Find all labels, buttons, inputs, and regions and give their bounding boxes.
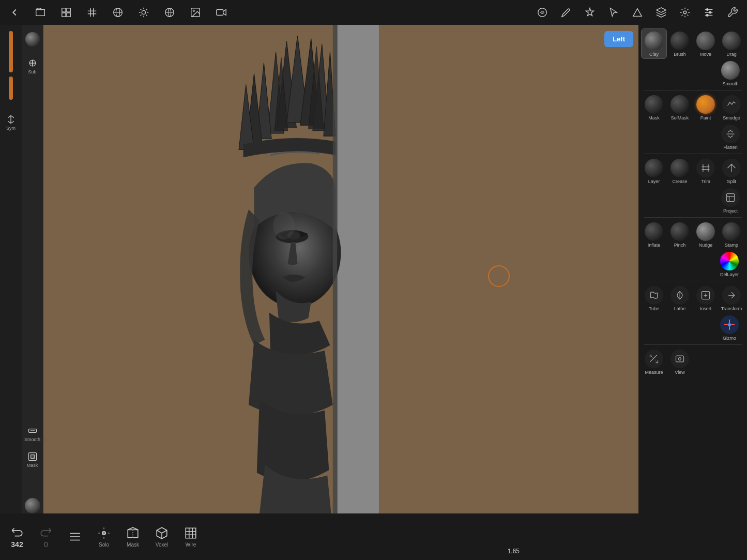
split-label: Split <box>720 179 743 184</box>
orb-icon[interactable] <box>534 4 551 21</box>
brush-grid-row5: Tube Lathe Insert <box>641 283 745 313</box>
brush-grid-row4: Inflate Pinch Nudge Stamp <box>641 220 745 249</box>
triangle-icon[interactable] <box>629 4 646 21</box>
mask-bottom-button[interactable]: Mask <box>126 526 140 548</box>
drag-label: Drag <box>720 52 743 57</box>
video-icon[interactable] <box>213 4 230 21</box>
brush-tube[interactable]: Tube <box>642 283 666 313</box>
smooth-tool-left[interactable]: Smooth <box>22 423 43 444</box>
brush-nudge[interactable]: Nudge <box>693 220 718 249</box>
brush-inflate[interactable]: Inflate <box>642 220 666 249</box>
brush-brush[interactable]: Brush <box>667 29 692 58</box>
brush-crease[interactable]: Crease <box>667 156 692 186</box>
folder-icon[interactable] <box>32 4 49 21</box>
voxel-button[interactable]: Voxel <box>155 526 169 548</box>
brush-insert[interactable]: Insert <box>693 283 718 313</box>
back-icon[interactable] <box>6 4 23 21</box>
view-left-button[interactable]: Left <box>604 31 633 47</box>
image-icon[interactable] <box>187 4 204 21</box>
brush-layer[interactable]: Layer <box>642 156 666 186</box>
insert-ball <box>696 286 715 305</box>
sym-tool[interactable]: Sym <box>0 112 22 133</box>
layer-label: Layer <box>643 179 665 184</box>
brush-smudge[interactable]: Smudge <box>719 93 744 122</box>
material-sphere[interactable] <box>25 32 40 47</box>
svg-point-25 <box>683 11 687 14</box>
brush-clay[interactable]: Clay <box>642 29 666 58</box>
brush-lathe[interactable]: Lathe <box>667 283 692 313</box>
view-ball <box>670 350 689 368</box>
sun-icon[interactable] <box>135 4 152 21</box>
right-brush-panel: Clay Brush Move Drag Smooth Mask <box>638 25 747 538</box>
brush-gizmo[interactable]: Gizmo <box>716 313 743 342</box>
brush-move[interactable]: Move <box>693 29 718 58</box>
svg-point-59 <box>102 531 106 535</box>
wire-button[interactable]: Wire <box>184 526 197 548</box>
move-label: Move <box>694 52 717 57</box>
move-ball <box>696 32 715 50</box>
crease-label: Crease <box>668 179 691 184</box>
split-ball <box>722 159 741 177</box>
color-sphere[interactable] <box>25 498 40 513</box>
brush-intensity-slider[interactable] <box>9 77 13 100</box>
brush-drag[interactable]: Drag <box>719 29 744 58</box>
brush-grid-row6: Measure View <box>641 347 745 376</box>
brush-mask[interactable]: Mask <box>642 93 666 122</box>
project-label: Project <box>719 208 742 214</box>
selmask-label: SelMask <box>668 115 691 120</box>
mask-ball <box>645 95 663 114</box>
flatten-label: Flatten <box>719 145 742 150</box>
gear-icon[interactable] <box>677 4 693 21</box>
brush-size-slider[interactable] <box>9 31 13 72</box>
inflate-ball <box>645 222 663 241</box>
menu-button[interactable] <box>68 530 82 543</box>
environment-icon[interactable] <box>161 4 178 21</box>
svg-point-22 <box>193 10 194 11</box>
svg-point-30 <box>709 11 711 13</box>
dellayer-ball <box>720 252 739 270</box>
bottom-toolbar: 342 0 Solo Mask <box>0 513 747 560</box>
brush-dellayer[interactable]: DelLayer <box>716 249 743 279</box>
smudge-label: Smudge <box>720 115 743 120</box>
drag-ball <box>722 32 741 50</box>
undo-button[interactable]: 342 <box>10 525 24 549</box>
brush-view[interactable]: View <box>667 347 692 376</box>
svg-rect-2 <box>62 13 66 17</box>
tube-ball <box>645 286 663 305</box>
svg-line-19 <box>140 14 141 16</box>
brush-transform[interactable]: Transform <box>719 283 744 313</box>
brush-split[interactable]: Split <box>719 156 744 186</box>
brush-pinch[interactable]: Pinch <box>667 220 692 249</box>
solo-button[interactable]: Solo <box>97 526 111 548</box>
sub-tool[interactable]: Sub <box>22 56 43 77</box>
brush-measure[interactable]: Measure <box>642 347 666 376</box>
brush-project[interactable]: Project <box>718 186 743 215</box>
layers-stack-icon[interactable] <box>653 4 669 21</box>
topology-icon[interactable] <box>110 4 126 21</box>
brush-trim[interactable]: Trim <box>693 156 718 186</box>
brush-stamp[interactable]: Stamp <box>719 220 744 249</box>
grid-icon[interactable] <box>84 4 100 21</box>
brush-flatten[interactable]: Flatten <box>718 122 743 152</box>
top-right-icons <box>534 4 741 21</box>
redo-button[interactable]: 0 <box>39 525 53 549</box>
gizmo-label: Gizmo <box>717 336 742 341</box>
brush-selmask[interactable]: SelMask <box>667 93 692 122</box>
trim-ball <box>696 159 715 177</box>
brush-paint[interactable]: Paint <box>693 93 718 122</box>
flatten-ball <box>721 125 740 143</box>
cursor-icon[interactable] <box>605 4 622 21</box>
measure-ball <box>645 350 663 368</box>
brush-smooth-top[interactable]: Smooth <box>718 58 743 88</box>
tools-icon[interactable] <box>724 4 741 21</box>
pen-icon[interactable] <box>558 4 574 21</box>
multiobject-icon[interactable] <box>58 4 74 21</box>
pen2-icon[interactable] <box>582 4 598 21</box>
mask-label: Mask <box>643 115 665 120</box>
pinch-label: Pinch <box>668 243 691 248</box>
inflate-label: Inflate <box>643 243 665 248</box>
wire-label: Wire <box>186 542 196 548</box>
sliders-icon[interactable] <box>700 4 717 21</box>
mask-tool-left[interactable]: Mask <box>22 449 43 470</box>
insert-label: Insert <box>694 306 717 311</box>
